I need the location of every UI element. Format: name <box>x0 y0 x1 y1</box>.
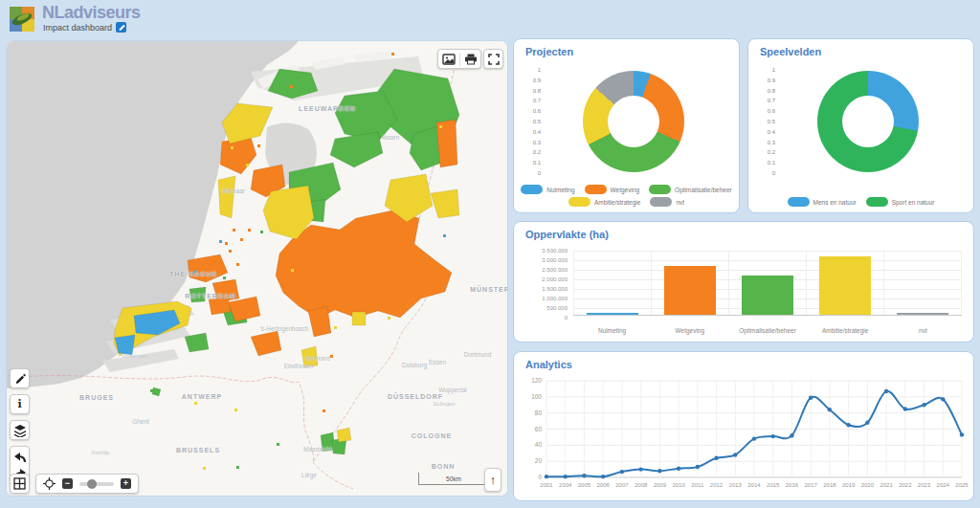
axis-tick-label: 2.500.000 <box>522 267 568 273</box>
category-label: Wetgeving <box>651 327 728 334</box>
data-point[interactable] <box>903 407 907 410</box>
axis-tick-label: 0.2 <box>768 149 775 155</box>
axis-tick-label: 3.000.000 <box>522 257 568 263</box>
data-point[interactable] <box>714 456 718 460</box>
legend-item[interactable]: Sport en natuur <box>866 197 935 207</box>
zoom-slider-knob[interactable] <box>87 479 97 489</box>
data-point[interactable] <box>620 470 624 474</box>
oppervlakte-chart-card: Oppervlakte (ha) 0500.0001.000.0001.500.… <box>513 221 974 342</box>
bar[interactable] <box>897 313 948 315</box>
data-point[interactable] <box>771 434 775 438</box>
up-arrow-icon: ↑ <box>490 473 497 487</box>
nladviseurs-logo-icon <box>9 6 35 33</box>
speelvelden-donut-chart[interactable] <box>817 71 919 172</box>
analytics-line-chart[interactable]: 0204060801001202001200420052006200720082… <box>514 352 973 500</box>
data-point[interactable] <box>828 408 832 411</box>
pencil-icon <box>13 372 26 385</box>
legend-item[interactable]: Optimalisatie/beheer <box>649 185 732 194</box>
axis-tick-label: 0.1 <box>533 160 541 166</box>
legend-item[interactable]: Mens en natuur <box>788 197 857 207</box>
data-point[interactable] <box>960 432 964 436</box>
projecten-legend: NulmetingWetgevingOptimalisatie/beheerAm… <box>514 185 739 207</box>
zoom-out-button[interactable]: − <box>62 478 73 489</box>
legend-item[interactable]: nvt <box>650 197 684 207</box>
printer-icon[interactable] <box>464 54 478 65</box>
axis-tick-label: 1 <box>772 67 775 73</box>
data-point[interactable] <box>752 436 756 440</box>
data-point[interactable] <box>657 469 661 473</box>
axis-tick-label: 2018 <box>823 482 836 488</box>
bar[interactable] <box>664 266 716 315</box>
axis-tick-label: 2019 <box>842 482 856 488</box>
analytics-title: Analytics <box>525 359 572 370</box>
axis-tick-label: 2011 <box>691 482 704 488</box>
data-point[interactable] <box>582 474 586 477</box>
legend-swatch <box>788 197 810 207</box>
data-point[interactable] <box>601 475 605 478</box>
legend-label: Nulmeting <box>546 187 574 193</box>
layers-button[interactable] <box>10 420 30 440</box>
data-point[interactable] <box>564 475 568 478</box>
zoom-control[interactable]: − + <box>35 474 139 494</box>
image-icon[interactable] <box>442 54 456 65</box>
bar-slot <box>884 251 962 315</box>
data-point[interactable] <box>696 465 700 469</box>
undo-icon[interactable] <box>13 452 27 464</box>
axis-tick-label: 2023 <box>918 482 931 488</box>
data-point[interactable] <box>865 421 869 425</box>
category-label: Ambitie/strategie <box>807 327 884 334</box>
map-panel: LEEUWARDENAssenAlkmaarTHE HAGUEROTTERDAM… <box>6 40 508 497</box>
bar[interactable] <box>587 313 638 316</box>
grid-button[interactable] <box>10 474 30 494</box>
speelvelden-legend: Mens en natuurSport en natuur <box>748 197 973 207</box>
bar[interactable] <box>742 276 793 315</box>
axis-tick-label: 2007 <box>615 482 629 488</box>
legend-swatch <box>649 185 671 194</box>
axis-tick-label: 0.2 <box>533 149 541 155</box>
zoom-slider[interactable] <box>79 482 114 486</box>
axis-tick-label: 2020 <box>861 482 875 488</box>
legend-item[interactable]: Wetgeving <box>585 185 640 194</box>
axis-tick-label: 0 <box>538 474 542 480</box>
fullscreen-button[interactable] <box>483 49 503 69</box>
data-point[interactable] <box>922 403 925 407</box>
data-point[interactable] <box>941 397 945 401</box>
zoom-in-button[interactable]: + <box>121 478 131 489</box>
data-point[interactable] <box>809 395 813 399</box>
axis-tick-label: 2006 <box>597 482 611 488</box>
bar[interactable] <box>819 256 871 315</box>
data-point[interactable] <box>677 467 680 471</box>
legend-item[interactable]: Nulmeting <box>521 185 574 194</box>
data-point[interactable] <box>545 475 548 478</box>
map-export-buttons[interactable] <box>437 49 481 69</box>
speelvelden-title: Speelvelden <box>760 46 821 57</box>
axis-tick-label: 0 <box>772 170 775 176</box>
data-point[interactable] <box>846 423 850 427</box>
crosshair-icon[interactable] <box>43 477 56 490</box>
north-arrow-button[interactable]: ↑ <box>484 468 501 492</box>
legend-swatch <box>521 185 543 194</box>
axis-tick-label: 2012 <box>710 482 724 488</box>
axis-tick-label: 0.4 <box>768 129 775 135</box>
data-point[interactable] <box>638 467 642 471</box>
info-button[interactable]: i <box>10 394 30 414</box>
axis-tick-label: 0.7 <box>533 98 541 103</box>
edit-dashboard-icon[interactable] <box>116 22 126 33</box>
data-point[interactable] <box>733 453 737 456</box>
axis-tick-label: 2022 <box>899 482 912 488</box>
data-point[interactable] <box>884 389 888 393</box>
legend-item[interactable]: Ambitie/strategie <box>568 197 640 207</box>
oppervlakte-bar-plot[interactable] <box>573 251 962 316</box>
projecten-chart-card: Projecten 10.90.80.70.60.50.40.30.20.10 … <box>513 38 740 213</box>
projecten-donut-chart[interactable] <box>583 71 684 172</box>
axis-tick-label: 2017 <box>805 482 818 488</box>
axis-tick-label: 40 <box>535 441 543 448</box>
draw-button[interactable] <box>10 368 30 388</box>
category-label: nvt <box>884 327 962 334</box>
netherlands-map[interactable] <box>7 41 507 496</box>
axis-tick-label: 0.8 <box>768 88 775 94</box>
legend-swatch <box>866 197 888 207</box>
data-point[interactable] <box>790 433 793 437</box>
axis-tick-label: 0 <box>538 170 541 176</box>
app-header: NLadviseurs Impact dashboard <box>0 0 980 38</box>
